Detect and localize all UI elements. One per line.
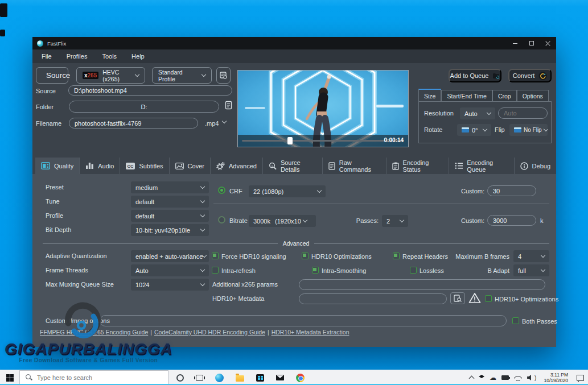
menu-file[interactable]: File xyxy=(34,49,59,63)
convert-button[interactable]: Convert xyxy=(508,69,552,82)
file-explorer-icon[interactable] xyxy=(236,375,244,382)
tab-size[interactable]: Size xyxy=(418,89,441,102)
lossless-checkbox[interactable] xyxy=(410,267,417,274)
save-profile-button[interactable] xyxy=(216,67,231,84)
close-button[interactable] xyxy=(540,37,556,49)
watermark: GIGAPURBALINGGA Free Download Software &… xyxy=(5,340,172,363)
maximize-button[interactable] xyxy=(523,37,540,49)
codecalamity-guide-link[interactable]: CodeCalamity UHD HDR Encoding Guide xyxy=(154,329,265,336)
bitrate-radio[interactable] xyxy=(218,216,225,223)
folder-field[interactable]: D: xyxy=(69,101,219,113)
taskbar-search[interactable] xyxy=(19,370,168,385)
rotate-select[interactable]: 0° xyxy=(457,124,491,136)
frame-threads-select[interactable]: Auto xyxy=(131,264,209,276)
hdr10-metadata-browse-button[interactable] xyxy=(450,292,465,304)
bit-depth-select[interactable]: 10-bit: yuv420p10le xyxy=(131,224,209,236)
tab-options[interactable]: Options xyxy=(517,90,549,102)
intra-smoothing-checkbox[interactable] xyxy=(312,267,319,274)
max-muxing-select[interactable]: 1024 xyxy=(131,279,209,291)
bitrate-select[interactable]: 3000k(1920x10 xyxy=(249,215,316,227)
bitrate-custom-input[interactable] xyxy=(487,215,536,226)
desktop-icon-partial[interactable] xyxy=(0,3,7,17)
filename-input[interactable] xyxy=(69,118,198,129)
tab-cover[interactable]: Cover xyxy=(170,158,211,174)
resolution-select[interactable]: Auto xyxy=(460,107,495,119)
menu-help[interactable]: Help xyxy=(124,49,152,63)
passes-label: Passes: xyxy=(351,217,379,224)
preset-select[interactable]: medium xyxy=(131,181,209,193)
tab-quality[interactable]: Quality xyxy=(35,158,80,174)
adaptive-quantization-select[interactable]: enabled + auto-variance xyxy=(131,250,209,262)
custom-ffmpeg-input[interactable] xyxy=(100,315,507,326)
tab-encoding-status[interactable]: Encoding Status xyxy=(386,158,450,174)
profile-select[interactable]: Standard Profile xyxy=(152,67,212,84)
tab-start-end-time[interactable]: Start/End Time xyxy=(441,90,492,102)
bitrate-custom-label: Custom: xyxy=(460,217,484,224)
mail-icon[interactable] xyxy=(276,375,284,380)
menu-bar: File Profiles Tools Help xyxy=(32,49,556,63)
resolution-custom-input[interactable] xyxy=(498,107,548,119)
crf-custom-input[interactable] xyxy=(487,185,536,196)
chevron-down-icon xyxy=(202,253,207,258)
battery-icon[interactable] xyxy=(501,375,509,380)
tune-select[interactable]: default xyxy=(131,196,209,208)
speaker-icon[interactable] xyxy=(527,375,533,381)
magnifier-icon xyxy=(269,162,277,170)
intra-refresh-checkbox[interactable] xyxy=(212,267,219,274)
encoder-select[interactable]: x265 HEVC (x265) xyxy=(76,67,145,84)
extension-select[interactable]: .mp4 xyxy=(205,120,219,127)
taskbar-clock[interactable]: 3:11 PM 10/19/2020 xyxy=(544,372,568,383)
wifi-icon[interactable] xyxy=(514,375,522,381)
source-path-input[interactable] xyxy=(68,85,232,96)
start-button[interactable] xyxy=(0,370,19,385)
menu-profiles[interactable]: Profiles xyxy=(59,49,95,63)
tab-source-details[interactable]: Source Details xyxy=(263,158,323,174)
x265-params-input[interactable] xyxy=(299,279,545,290)
source-button[interactable]: Source xyxy=(36,67,68,84)
crf-select[interactable]: 22 (1080p) xyxy=(249,185,326,197)
chrome-icon[interactable] xyxy=(296,374,305,382)
add-to-queue-button[interactable]: Add to Queue xyxy=(449,69,501,82)
tab-advanced[interactable]: Advanced xyxy=(211,158,263,174)
seek-handle[interactable] xyxy=(287,137,293,144)
chevron-down-icon xyxy=(222,119,227,123)
frame-threads-label: Frame Threads xyxy=(46,267,88,274)
max-b-frames-select[interactable]: 4 xyxy=(513,250,549,262)
tab-debug[interactable]: Debug xyxy=(515,158,556,174)
force-hdr10-checkbox[interactable] xyxy=(212,252,219,259)
folder-browse-button[interactable] xyxy=(225,101,233,111)
action-center-icon[interactable] xyxy=(577,375,584,381)
hdr10-extraction-link[interactable]: HDR10+ Metadata Extraction xyxy=(272,329,349,336)
crf-radio[interactable] xyxy=(218,187,225,194)
tab-crop[interactable]: Crop xyxy=(492,90,517,102)
hdr10-optimizations-checkbox[interactable] xyxy=(302,252,309,259)
b-adapt-select[interactable]: full xyxy=(513,264,549,276)
onedrive-icon[interactable]: ☁ xyxy=(490,375,496,380)
desktop-icon-partial[interactable] xyxy=(0,30,5,36)
menu-tools[interactable]: Tools xyxy=(94,49,124,63)
dropbox-icon[interactable] xyxy=(479,375,484,380)
both-passes-checkbox[interactable] xyxy=(512,317,519,324)
gears-icon xyxy=(216,162,225,170)
tray-expand-icon[interactable] xyxy=(469,376,475,382)
microsoft-store-icon[interactable] xyxy=(256,374,264,382)
tab-subtitles[interactable]: CC Subtitles xyxy=(120,158,169,174)
flip-select[interactable]: No Flip xyxy=(509,124,548,136)
edge-icon[interactable] xyxy=(215,374,224,382)
windows-logo-icon xyxy=(6,374,14,382)
bit-depth-label: Bit Depth xyxy=(46,226,71,233)
hdr10-plus-optimizations-checkbox[interactable] xyxy=(485,295,492,302)
encoder-profile-select[interactable]: default xyxy=(131,210,209,222)
seek-bar[interactable]: 0:00:14 xyxy=(238,135,408,147)
passes-select[interactable]: 2 xyxy=(382,215,408,227)
search-input[interactable] xyxy=(37,374,151,381)
task-view-icon[interactable] xyxy=(196,375,203,381)
minimize-button[interactable] xyxy=(507,37,523,49)
tab-audio[interactable]: Audio xyxy=(80,158,120,174)
repeat-headers-checkbox[interactable] xyxy=(393,252,400,259)
hdr10-metadata-input[interactable] xyxy=(299,293,447,304)
tab-encoding-queue[interactable]: Encoding Queue xyxy=(449,158,514,174)
preset-label: Preset xyxy=(46,184,64,191)
cortana-icon[interactable] xyxy=(176,374,184,382)
tab-raw-commands[interactable]: Raw Commands xyxy=(323,158,386,174)
